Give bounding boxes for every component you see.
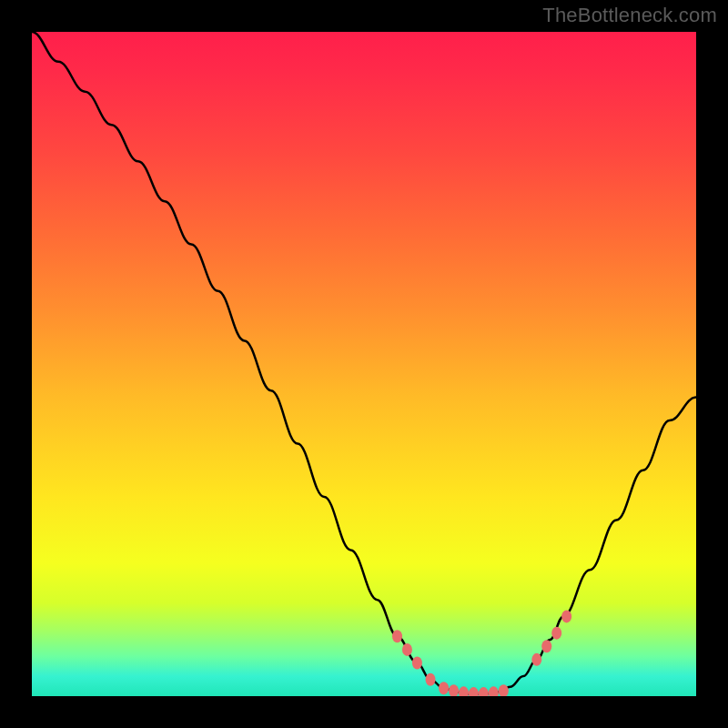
curve-marker: [412, 657, 422, 670]
curve-marker: [531, 653, 541, 666]
curve-marker: [541, 640, 551, 652]
curve-marker: [439, 682, 449, 694]
curve-marker: [392, 630, 402, 642]
curve-marker: [551, 627, 561, 640]
plot-inner: [32, 32, 696, 696]
curve-marker: [459, 686, 469, 696]
watermark-text: TheBottleneck.com: [542, 4, 717, 27]
curve-marker: [479, 687, 489, 696]
bottleneck-curve: [32, 32, 696, 694]
curve-marker: [489, 686, 499, 696]
chart-plot-area: [32, 32, 696, 696]
curve-marker: [469, 687, 479, 696]
curve-marker: [449, 684, 459, 696]
curve-marker: [561, 610, 571, 622]
bottleneck-curve-svg: [32, 32, 696, 696]
chart-frame: TheBottleneck.com: [0, 0, 728, 728]
curve-marker: [499, 684, 509, 696]
curve-marker: [426, 673, 436, 686]
curve-marker: [402, 643, 412, 656]
marker-group: [392, 610, 571, 696]
